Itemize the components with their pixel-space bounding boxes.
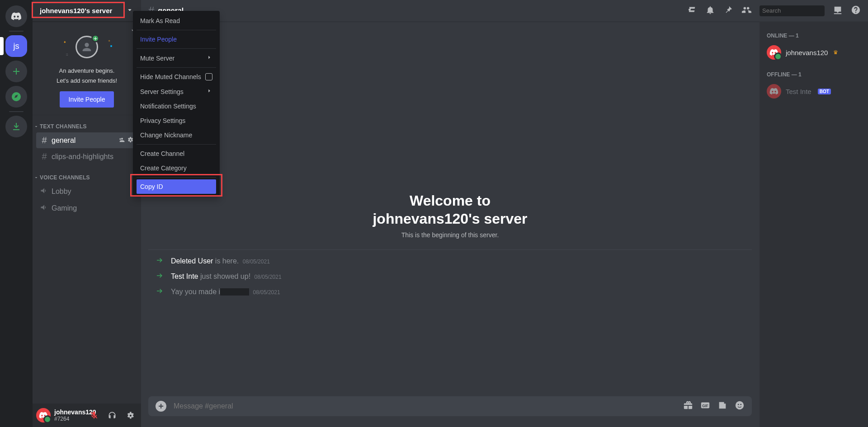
channel-scroll[interactable]: TEXT CHANNELS + # general # clips-and-hi… [33, 115, 141, 404]
user-settings-button[interactable] [123, 408, 137, 422]
self-avatar[interactable] [36, 408, 51, 422]
message-composer: + GIF [148, 396, 752, 416]
sparkle-icon: ✦ [63, 40, 66, 44]
server-pill-column: js [0, 0, 33, 427]
welcome-hero: Welcome tojohnevans120's server This is … [148, 192, 752, 239]
dot-icon [110, 45, 112, 47]
compass-icon [11, 91, 22, 102]
message-input[interactable] [174, 402, 676, 410]
discord-logo-icon [39, 411, 48, 420]
main-column: # general Welcome tojohnevans120's s [141, 0, 868, 427]
menu-invite-people[interactable]: Invite People [137, 32, 216, 47]
server-context-menu: Mark As Read Invite People Mute Server H… [133, 11, 220, 197]
invite-people-button[interactable]: Invite People [60, 91, 114, 108]
menu-notification-settings[interactable]: Notification Settings [137, 99, 216, 113]
menu-mark-as-read[interactable]: Mark As Read [137, 14, 216, 28]
sparkle-icon: :: [66, 52, 68, 56]
hash-icon: # [40, 151, 49, 162]
svg-point-2 [736, 401, 744, 409]
server-header[interactable]: johnevans120's server [33, 0, 141, 22]
members-offline-header: OFFLINE — 1 [763, 68, 864, 81]
pinned-icon[interactable] [723, 5, 733, 17]
gif-icon[interactable]: GIF [700, 400, 710, 412]
members-toggle-icon[interactable] [741, 5, 751, 17]
join-arrow-icon [156, 256, 164, 266]
checkbox-icon [205, 73, 212, 80]
voice-gaming[interactable]: Gaming [36, 200, 137, 216]
member-row[interactable]: Test Inte BOT [763, 81, 864, 101]
menu-server-settings[interactable]: Server Settings [137, 84, 216, 99]
menu-separator [137, 144, 216, 145]
chevron-down-icon [33, 124, 39, 129]
download-pill[interactable] [5, 116, 27, 137]
placeholder-avatar: + [75, 36, 98, 58]
category-text-channels[interactable]: TEXT CHANNELS [33, 123, 87, 130]
menu-separator [137, 30, 216, 30]
chevron-right-icon [206, 54, 212, 62]
deafen-button[interactable] [105, 408, 119, 422]
redacted-block [220, 288, 249, 296]
notifications-icon[interactable] [705, 5, 715, 17]
plus-badge-icon: + [91, 34, 99, 42]
voice-lobby[interactable]: Lobby [36, 183, 137, 200]
pill-separator [9, 111, 24, 112]
menu-change-nickname[interactable]: Change Nickname [137, 128, 216, 142]
home-pill[interactable] [5, 5, 27, 27]
bot-badge: BOT [818, 89, 831, 94]
server-pill-selected[interactable]: js [5, 35, 27, 57]
hash-icon: # [40, 135, 49, 145]
sparkle-icon: + [108, 39, 110, 43]
member-row[interactable]: johnevans120 ♛ [763, 42, 864, 62]
member-avatar [767, 45, 781, 60]
gift-icon[interactable] [683, 400, 693, 412]
user-panel: johnevans120 #7264 [33, 404, 141, 427]
search-input[interactable] [762, 7, 838, 14]
welcome-line-2: Let's add some friends! [40, 77, 134, 85]
category-voice-channels[interactable]: VOICE CHANNELS [33, 174, 90, 181]
join-arrow-icon [156, 272, 164, 282]
join-arrow-icon [156, 287, 164, 297]
member-list: ONLINE — 1 johnevans120 ♛ OFFLINE — 1 Te… [760, 22, 868, 427]
emoji-icon[interactable] [735, 400, 745, 412]
search-box[interactable] [760, 5, 825, 16]
svg-text:GIF: GIF [702, 404, 708, 408]
self-name-block[interactable]: johnevans120 #7264 [54, 408, 83, 422]
chat-header: # general [141, 0, 868, 22]
divider [148, 249, 752, 250]
download-icon [11, 121, 22, 132]
menu-mute-server[interactable]: Mute Server [137, 51, 216, 66]
menu-create-channel[interactable]: Create Channel [137, 146, 216, 161]
members-online-header: ONLINE — 1 [763, 29, 864, 42]
menu-create-category[interactable]: Create Category [137, 161, 216, 175]
menu-privacy-settings[interactable]: Privacy Settings [137, 113, 216, 128]
attach-button[interactable]: + [156, 401, 166, 412]
create-invite-icon[interactable] [118, 136, 125, 145]
menu-hide-muted[interactable]: Hide Muted Channels [137, 70, 216, 84]
menu-separator [137, 177, 216, 178]
help-icon[interactable] [851, 5, 861, 17]
welcome-line-1: An adventure begins. [40, 67, 134, 75]
chevron-down-icon [33, 175, 39, 180]
menu-separator [137, 48, 216, 49]
threads-icon[interactable] [687, 5, 697, 17]
sticker-icon[interactable] [717, 400, 727, 412]
channel-general[interactable]: # general [36, 132, 137, 148]
menu-copy-id[interactable]: Copy ID [137, 179, 216, 194]
member-avatar [767, 84, 781, 99]
svg-point-4 [740, 404, 741, 405]
system-message: Deleted User is here. 08/05/2021 [148, 253, 752, 269]
user-silhouette-icon [80, 41, 93, 53]
mute-button[interactable] [87, 408, 101, 422]
add-server-pill[interactable] [5, 61, 27, 82]
pill-separator [9, 31, 24, 32]
chevron-right-icon [206, 88, 212, 95]
server-name: johnevans120's server [40, 7, 112, 14]
inbox-icon[interactable] [833, 5, 843, 17]
explore-pill[interactable] [5, 86, 27, 108]
discord-logo-icon [11, 11, 22, 22]
speaker-icon [40, 186, 49, 197]
plus-icon [11, 66, 22, 77]
message-scroll[interactable]: Welcome tojohnevans120's server This is … [141, 22, 759, 396]
channel-clips[interactable]: # clips-and-highlights [36, 149, 137, 164]
speaker-icon [40, 203, 49, 214]
